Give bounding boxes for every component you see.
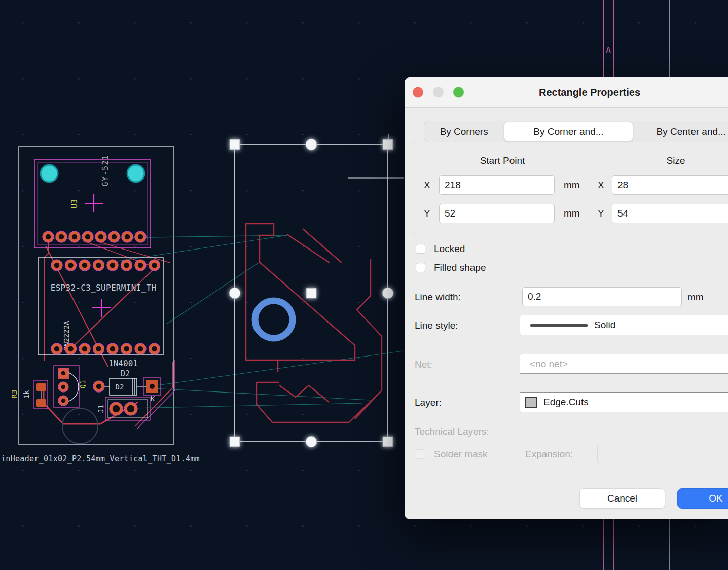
- footprint-q1[interactable]: Q1: [54, 366, 87, 407]
- line-style-dropdown[interactable]: Solid: [520, 315, 728, 335]
- dialog-titlebar: Rectangle Properties: [405, 77, 728, 108]
- mount-hole: [127, 165, 144, 182]
- pad: [36, 383, 46, 391]
- tab-by-corner-and-size[interactable]: By Corner and...: [504, 122, 633, 141]
- pad: [36, 399, 46, 407]
- ref-d2: D2: [121, 369, 130, 378]
- net-label: Net:: [415, 359, 432, 370]
- keepout-circle: [62, 408, 98, 444]
- tab-by-center-and-size[interactable]: By Center and...: [634, 121, 728, 142]
- footprint-j1[interactable]: J1: [97, 397, 150, 420]
- net-field: <no net>: [520, 354, 728, 374]
- net-value: <no net>: [530, 359, 568, 370]
- line-width-label: Line width:: [415, 292, 461, 303]
- zoom-window-button[interactable]: [453, 87, 464, 97]
- filled-shape-label: Filled shape: [434, 262, 486, 273]
- ref-r3: R3: [10, 390, 18, 399]
- anchor-cross-icon: [85, 194, 103, 212]
- mount-hole: [41, 165, 58, 182]
- pin-k-label: K: [151, 395, 155, 403]
- pad-array: [58, 368, 68, 406]
- footprint-name-text: inHeader_01x02_P2.54mm_Vertical_THT_D1.4…: [1, 454, 200, 464]
- solder-mask-checkbox: [416, 449, 425, 459]
- layer-value: Edge.Cuts: [543, 397, 589, 408]
- layer-label: Layer:: [415, 397, 442, 408]
- handle-top-left[interactable]: [230, 139, 240, 150]
- dialog-title: Rectangle Properties: [539, 86, 640, 98]
- start-y-input[interactable]: [439, 204, 555, 223]
- anchor-cross-icon: [92, 299, 111, 317]
- line-width-input[interactable]: [522, 287, 682, 306]
- handle-center[interactable]: [306, 288, 316, 298]
- value-gy521: GY-521: [101, 154, 110, 186]
- expansion-label: Expansion:: [525, 449, 573, 460]
- technical-layers-heading: Technical Layers:: [415, 426, 489, 437]
- close-window-button[interactable]: [413, 87, 423, 97]
- sheet-zone-label: A: [606, 45, 611, 55]
- footprint-esp32[interactable]: ESP32-C3_SUPERMINI_TH 2N2222A: [38, 258, 163, 355]
- rectangle-properties-dialog: Rectangle Properties By Corners By Corne…: [405, 77, 728, 519]
- solid-line-icon: [530, 324, 588, 327]
- locked-label: Locked: [434, 243, 465, 255]
- pad-array: [51, 260, 160, 271]
- size-x-label: X: [598, 180, 604, 191]
- mode-tabs: By Corners By Corner and... By Center an…: [424, 121, 728, 142]
- expansion-input: [597, 445, 728, 464]
- handle-top-right[interactable]: [383, 139, 393, 150]
- value-1n4001: 1N4001: [108, 359, 138, 368]
- pad-array: [51, 343, 160, 354]
- start-y-label: Y: [424, 208, 430, 219]
- pad-array: [93, 381, 104, 392]
- ok-button[interactable]: OK: [677, 488, 728, 509]
- solder-mask-label: Solder mask: [434, 449, 488, 460]
- start-x-label: X: [424, 180, 430, 191]
- value-d2: D2: [116, 383, 124, 391]
- minimize-window-button[interactable]: [433, 87, 444, 97]
- crosshair-cursor: [348, 134, 404, 178]
- footprint-r3[interactable]: R3 1k: [10, 380, 48, 409]
- start-x-unit: mm: [564, 180, 580, 191]
- start-y-unit: mm: [564, 208, 580, 219]
- tab-by-corners[interactable]: By Corners: [424, 121, 503, 142]
- value-esp32: ESP32-C3_SUPERMINI_TH: [51, 283, 157, 293]
- drill-origin-marker: [255, 301, 293, 338]
- handle-bottom-left[interactable]: [230, 437, 240, 447]
- layer-color-swatch: [525, 397, 537, 408]
- footprint-gy521[interactable]: U3 GY-521: [34, 154, 151, 248]
- selection-box[interactable]: [229, 139, 393, 447]
- handle-bottom-right[interactable]: [383, 437, 393, 447]
- handle-bottom-center[interactable]: [306, 436, 317, 447]
- handle-mid-left[interactable]: [229, 288, 240, 299]
- size-y-input[interactable]: [612, 204, 728, 223]
- size-x-input[interactable]: [612, 175, 728, 195]
- pad-array: [110, 402, 137, 415]
- size-y-label: Y: [598, 208, 604, 219]
- size-heading: Size: [667, 155, 685, 166]
- start-x-input[interactable]: [439, 175, 555, 195]
- cancel-button[interactable]: Cancel: [579, 488, 665, 509]
- ref-j1: J1: [97, 405, 105, 413]
- filled-shape-checkbox[interactable]: [416, 263, 425, 272]
- ref-q1: Q1: [79, 380, 87, 389]
- start-point-heading: Start Point: [480, 155, 525, 166]
- ref-u3: U3: [70, 199, 79, 208]
- locked-checkbox[interactable]: [416, 244, 425, 254]
- pad-array: [43, 231, 146, 242]
- footprint-d2[interactable]: D2 D2 K: [93, 369, 161, 403]
- edge-cuts-shape[interactable]: [246, 224, 382, 422]
- line-style-label: Line style:: [415, 320, 458, 331]
- handle-mid-right[interactable]: [382, 288, 393, 299]
- line-width-unit: mm: [687, 292, 704, 303]
- layer-dropdown[interactable]: Edge.Cuts: [520, 392, 728, 412]
- line-style-value: Solid: [594, 319, 615, 331]
- value-r3: 1k: [22, 390, 30, 399]
- handle-top-center[interactable]: [306, 139, 317, 150]
